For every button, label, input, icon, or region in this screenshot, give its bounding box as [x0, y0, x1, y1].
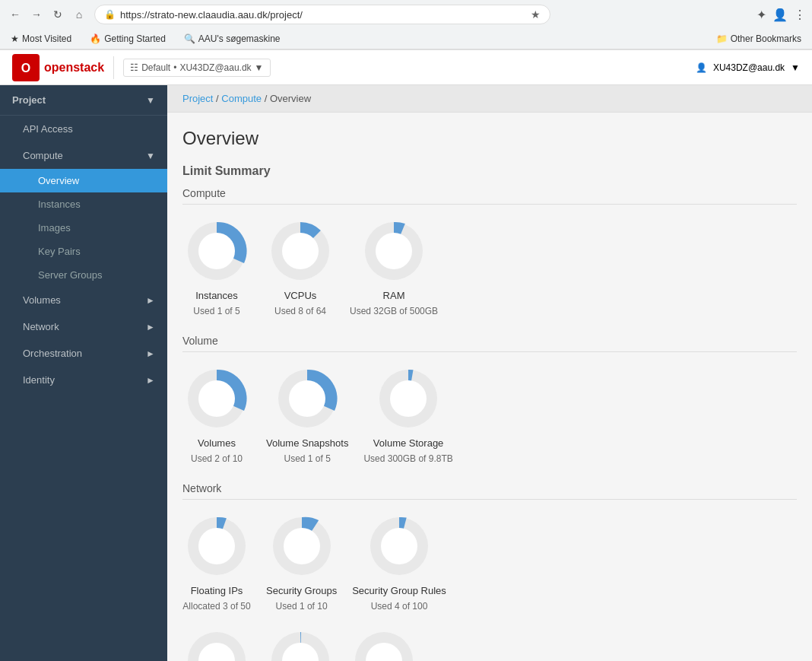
- sidebar-instances[interactable]: Instances: [0, 192, 167, 216]
- bookmark-getting-started[interactable]: 🔥 Getting Started: [85, 32, 170, 46]
- security-group-rules-sublabel: Used 4 of 100: [371, 601, 428, 612]
- reload-button[interactable]: ↻: [49, 5, 67, 24]
- svg-point-11: [289, 380, 325, 417]
- bookmarks-bar: ★ Most Visited 🔥 Getting Started 🔍 AAU's…: [0, 29, 812, 49]
- sidebar-server-groups[interactable]: Server Groups: [0, 263, 167, 287]
- identity-label: Identity: [23, 374, 55, 386]
- vol-snapshots-label: Volume Snapshots: [266, 437, 348, 449]
- other-bookmarks-label: Other Bookmarks: [731, 33, 801, 44]
- svg-text:O: O: [21, 62, 30, 75]
- svg-point-13: [390, 380, 427, 417]
- page-title: Overview: [182, 128, 797, 149]
- header-divider: [113, 56, 114, 79]
- compute-section: Compute Instances Used 1 of 5: [182, 187, 797, 316]
- svg-point-19: [381, 528, 417, 564]
- volumes-chevron-icon: ►: [146, 295, 155, 306]
- forward-button[interactable]: →: [27, 5, 46, 24]
- instances-pie: [182, 217, 251, 285]
- network-label: Network: [23, 321, 59, 332]
- svg-point-7: [376, 233, 412, 269]
- bookmark-most-visited-label: Most Visited: [22, 33, 71, 44]
- networks-pie: [182, 627, 251, 661]
- app-header: O openstack ☷ Default • XU43DZ@aau.dk ▼ …: [0, 50, 812, 85]
- logo-text: openstack: [44, 61, 104, 75]
- bookmark-most-visited[interactable]: ★ Most Visited: [6, 32, 76, 46]
- home-button[interactable]: ⌂: [70, 5, 88, 24]
- breadcrumb-overview: Overview: [270, 93, 311, 104]
- user-dropdown-icon[interactable]: ▼: [791, 62, 800, 73]
- logo-icon: O: [12, 54, 40, 81]
- compute-label: Compute: [23, 150, 63, 161]
- volumes-chart: Volumes Used 2 of 10: [182, 364, 251, 464]
- sidebar-network[interactable]: Network ►: [0, 313, 167, 340]
- ram-sublabel: Used 32GB of 500GB: [350, 306, 438, 316]
- sidebar-api-access[interactable]: API Access: [0, 116, 167, 142]
- content-area: Overview Limit Summary Compute Instances: [167, 113, 812, 661]
- security-group-rules-label: Security Group Rules: [352, 585, 446, 596]
- breadcrumb: Project / Compute / Overview: [167, 85, 812, 113]
- address-bar[interactable]: 🔒 https://strato-new.claaudia.aau.dk/pro…: [94, 5, 550, 24]
- app-container: Project ▼ API Access Compute ▼ Overview …: [0, 85, 812, 661]
- svg-point-3: [198, 233, 235, 269]
- images-label: Images: [38, 222, 71, 234]
- bookmark-aau[interactable]: 🔍 AAU's søgemaskine: [179, 32, 285, 46]
- other-bookmarks[interactable]: 📁 Other Bookmarks: [712, 32, 806, 46]
- sidebar-project-header[interactable]: Project ▼: [0, 85, 167, 115]
- browser-nav-buttons: ← → ↻ ⌂: [6, 5, 88, 24]
- user-icon: 👤: [696, 62, 707, 73]
- ports-pie: [266, 627, 335, 661]
- vcpus-chart: VCPUs Used 8 of 64: [266, 217, 335, 316]
- most-visited-icon: ★: [11, 33, 19, 44]
- separator: •: [173, 62, 176, 73]
- volumes-pie: [182, 364, 251, 433]
- instances-sublabel: Used 1 of 5: [193, 306, 239, 316]
- orchestration-chevron-icon: ►: [146, 348, 155, 359]
- key-pairs-label: Key Pairs: [38, 246, 81, 257]
- limit-summary-title: Limit Summary: [182, 164, 797, 178]
- security-group-rules-chart: Security Group Rules Used 4 of 100: [352, 512, 446, 612]
- svg-point-17: [284, 528, 320, 564]
- compute-charts-grid: Instances Used 1 of 5 VCPUs Used 8 of 64: [182, 217, 797, 316]
- aau-icon: 🔍: [184, 33, 195, 44]
- back-button[interactable]: ←: [6, 5, 24, 24]
- browser-chrome: ← → ↻ ⌂ 🔒 https://strato-new.claaudia.aa…: [0, 0, 812, 50]
- browser-actions: ✦ 👤 ⋮: [756, 8, 806, 22]
- breadcrumb-project[interactable]: Project: [182, 93, 213, 104]
- svg-point-9: [198, 380, 235, 417]
- sidebar-compute-section[interactable]: Compute ▼: [0, 142, 167, 169]
- bookmark-star-icon[interactable]: ★: [531, 8, 541, 21]
- volume-charts-grid: Volumes Used 2 of 10 Volume Snapshots Us…: [182, 364, 797, 464]
- extensions-icon[interactable]: ✦: [756, 8, 766, 22]
- sidebar-images[interactable]: Images: [0, 216, 167, 240]
- vol-storage-pie: [374, 364, 442, 433]
- network-section: Network Floating IPs Allocated 3 of 50: [182, 482, 797, 661]
- compute-section-heading: Compute: [182, 187, 797, 205]
- vol-storage-chart: Volume Storage Used 300GB of 9.8TB: [363, 364, 452, 464]
- network-chevron-icon: ►: [146, 322, 155, 332]
- breadcrumb-compute[interactable]: Compute: [221, 93, 262, 104]
- vol-snapshots-sublabel: Used 1 of 5: [284, 453, 331, 464]
- vol-snapshots-pie: [273, 364, 341, 433]
- network-charts-grid-2: Networks Ports: [182, 627, 797, 661]
- floating-ips-pie: [182, 512, 251, 580]
- sidebar-volumes[interactable]: Volumes ►: [0, 287, 167, 313]
- browser-toolbar: ← → ↻ ⌂ 🔒 https://strato-new.claaudia.aa…: [0, 0, 812, 29]
- instance-selector[interactable]: ☷ Default • XU43DZ@aau.dk ▼: [123, 59, 270, 77]
- sidebar-identity[interactable]: Identity ►: [0, 367, 167, 393]
- vol-storage-sublabel: Used 300GB of 9.8TB: [363, 453, 452, 464]
- floating-ips-chart: Floating IPs Allocated 3 of 50: [182, 512, 251, 612]
- ram-label: RAM: [383, 290, 405, 301]
- sidebar-orchestration[interactable]: Orchestration ►: [0, 340, 167, 367]
- profile-icon[interactable]: 👤: [772, 8, 788, 22]
- project-chevron-icon: ▼: [146, 95, 155, 106]
- sidebar-key-pairs[interactable]: Key Pairs: [0, 240, 167, 263]
- sidebar-overview[interactable]: Overview: [0, 169, 167, 192]
- folder-icon: 📁: [716, 33, 728, 44]
- url-text: https://strato-new.claaudia.aau.dk/proje…: [120, 9, 526, 21]
- menu-icon[interactable]: ⋮: [794, 8, 806, 22]
- header-right: 👤 XU43DZ@aau.dk ▼: [696, 62, 800, 73]
- ram-pie: [360, 217, 428, 285]
- instance-name: Default: [141, 62, 170, 73]
- dropdown-arrow-icon: ▼: [255, 62, 264, 73]
- orchestration-label: Orchestration: [23, 348, 82, 359]
